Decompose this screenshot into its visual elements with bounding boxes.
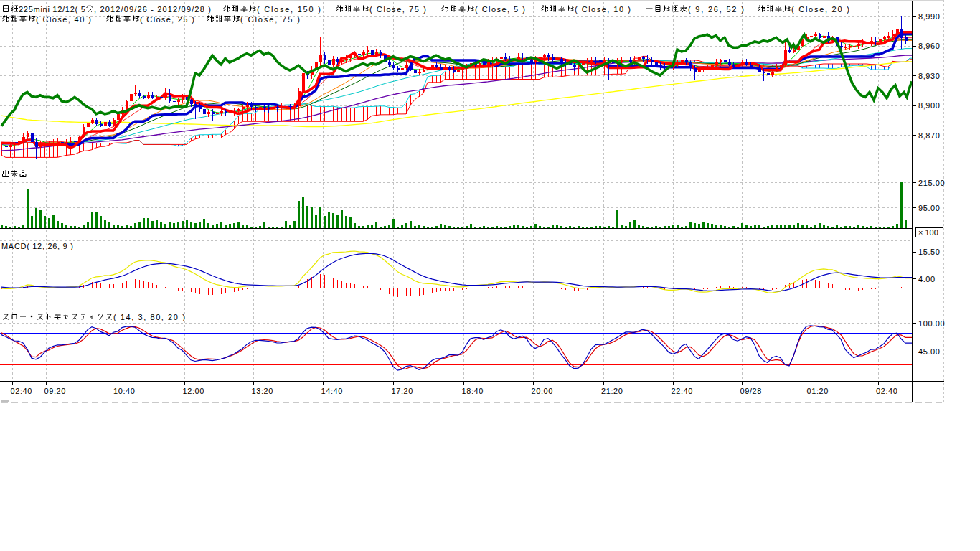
svg-text:215.00: 215.00 [918,179,945,187]
svg-text:100.00: 100.00 [918,319,945,328]
svg-text:02:40: 02:40 [11,387,33,395]
svg-text:MACD( 12, 26, 9 ): MACD( 12, 26, 9 ) [1,242,73,250]
svg-text:4.00: 4.00 [918,275,936,283]
svg-text:95.00: 95.00 [918,204,941,212]
svg-text:8,870: 8,870 [918,131,941,140]
svg-text:20:00: 20:00 [532,387,554,395]
svg-text:( Close, 75 ): ( Close, 75 ) [369,5,426,14]
svg-text:( Close, 10 ): ( Close, 10 ) [575,5,631,14]
svg-text:12:00: 12:00 [183,387,205,395]
svg-text:8,990: 8,990 [918,12,941,21]
svg-text:( Close, 20 ): ( Close, 20 ) [791,5,849,14]
svg-text:17:20: 17:20 [392,387,414,395]
svg-text:18:40: 18:40 [462,387,484,395]
svg-text:02:40: 02:40 [876,387,898,395]
svg-text:( 14, 3, 80, 20 ): ( 14, 3, 80, 20 ) [113,313,185,321]
svg-text:14:40: 14:40 [321,387,344,395]
svg-text:22:40: 22:40 [672,387,694,395]
svg-text:( 9, 26, 52 ): ( 9, 26, 52 ) [688,5,744,14]
svg-text:8,960: 8,960 [918,42,941,50]
svg-text:× 100: × 100 [918,228,938,237]
svg-text:8,930: 8,930 [918,72,941,80]
svg-text:09:20: 09:20 [44,387,67,395]
svg-text:13:20: 13:20 [252,387,274,395]
svg-text:21:20: 21:20 [601,387,623,395]
svg-text:( Close, 40 ): ( Close, 40 ) [36,15,91,24]
svg-text:10:40: 10:40 [113,387,136,395]
svg-text:( Close, 25 ): ( Close, 25 ) [140,15,194,24]
svg-text:( Close, 150 ): ( Close, 150 ) [257,5,321,14]
svg-text:( Close, 5 ): ( Close, 5 ) [475,5,525,14]
svg-text:, 2012/09/26 - 2012/09/28 ): , 2012/09/26 - 2012/09/28 ) [94,5,211,14]
svg-text:8,900: 8,900 [918,101,941,110]
svg-text:09/28: 09/28 [740,387,763,395]
svg-text:( Close, 75 ): ( Close, 75 ) [240,15,300,24]
svg-text:225mini 12/12( 5: 225mini 12/12( 5 [19,5,85,14]
svg-text:01:20: 01:20 [807,387,829,395]
svg-text:15.50: 15.50 [918,248,941,256]
svg-text:45.00: 45.00 [918,347,941,356]
